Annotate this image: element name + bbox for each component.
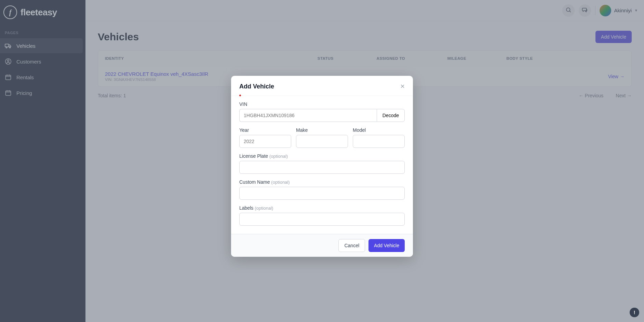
help-fab[interactable]: ! — [630, 308, 639, 317]
submit-add-vehicle-button[interactable]: Add Vehicle — [368, 239, 405, 252]
year-input[interactable] — [239, 135, 291, 148]
info-icon: ! — [634, 310, 635, 315]
make-label: Make — [296, 127, 348, 133]
license-plate-label: License Plate (optional) — [239, 153, 405, 159]
vin-input[interactable] — [239, 109, 377, 122]
modal-overlay[interactable]: Add Vehicle × VIN Decode Year Make — [0, 0, 644, 322]
optional-text: (optional) — [269, 154, 288, 159]
optional-text: (optional) — [255, 206, 273, 211]
license-label-text: License Plate — [239, 153, 268, 159]
cancel-button[interactable]: Cancel — [338, 239, 365, 252]
labels-input[interactable] — [239, 213, 405, 226]
year-label: Year — [239, 127, 291, 133]
modal-title: Add Vehicle — [239, 83, 274, 90]
close-button[interactable]: × — [400, 83, 405, 90]
indicator-dot — [239, 95, 241, 96]
custom-name-input[interactable] — [239, 187, 405, 200]
license-plate-input[interactable] — [239, 161, 405, 174]
model-input[interactable] — [353, 135, 405, 148]
custom-label-text: Custom Name — [239, 179, 270, 185]
optional-text: (optional) — [271, 180, 290, 185]
add-vehicle-modal: Add Vehicle × VIN Decode Year Make — [231, 76, 413, 257]
labels-label-text: Labels — [239, 205, 253, 211]
make-input[interactable] — [296, 135, 348, 148]
vin-label: VIN — [239, 101, 405, 107]
custom-name-label: Custom Name (optional) — [239, 179, 405, 185]
close-icon: × — [400, 82, 405, 90]
decode-button[interactable]: Decode — [377, 109, 405, 122]
model-label: Model — [353, 127, 405, 133]
labels-label: Labels (optional) — [239, 205, 405, 211]
